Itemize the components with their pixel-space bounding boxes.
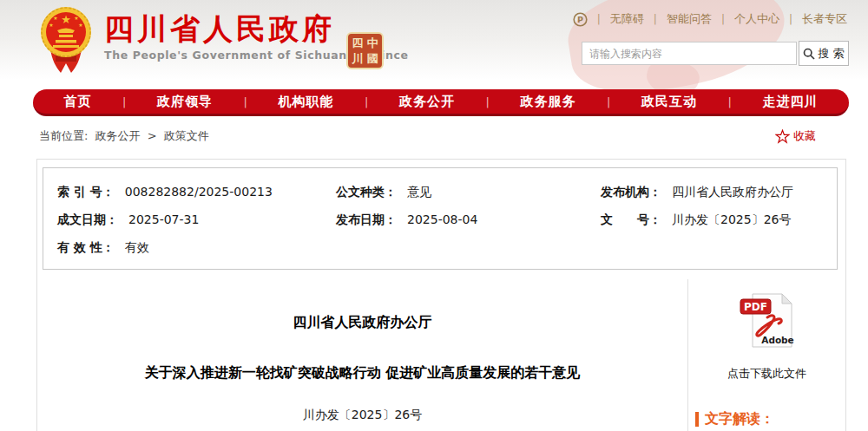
nav-item-interaction[interactable]: 政民互动 — [641, 94, 697, 110]
link-separator: | — [721, 13, 725, 25]
document-meta-grid: 索 引 号：008282882/2025-00213 公文种类：意见 发布机构：… — [43, 178, 837, 261]
search-button[interactable]: 搜 索 — [799, 41, 849, 66]
national-emblem-logo: ★ ★ ★ ★ ★ — [40, 4, 92, 86]
meta-written-date: 成文日期：2025-07-31 — [43, 206, 322, 233]
document-body-row: 四川省人民政府办公厅 关于深入推进新一轮找矿突破战略行动 促进矿业高质量发展的若… — [37, 279, 845, 431]
link-separator: | — [597, 13, 601, 25]
meta-issuing-agency: 发布机构：四川省人民政府办公厅 — [587, 178, 837, 206]
nav-separator: | — [244, 95, 247, 108]
link-separator: | — [654, 13, 657, 25]
pdf-download-icon[interactable]: PDF Adobe — [739, 292, 796, 353]
page: ★ ★ ★ ★ ★ 四川省人民政府 The People's Governmen… — [0, 0, 868, 431]
meta-value: 2025-08-04 — [407, 212, 477, 226]
nav-item-about-sichuan[interactable]: 走进四川 — [762, 94, 818, 110]
section-accent-bar — [695, 412, 699, 427]
document-title: 关于深入推进新一轮找矿突破战略行动 促进矿业高质量发展的若干意见 — [37, 364, 687, 382]
site-header: ★ ★ ★ ★ ★ 四川省人民政府 The People's Governmen… — [0, 0, 868, 87]
nav-separator: | — [728, 95, 732, 108]
meta-value: 有效 — [125, 240, 149, 254]
link-separator: | — [789, 13, 792, 25]
meta-label: 有 效 性： — [57, 240, 115, 254]
svg-text:★: ★ — [53, 15, 57, 21]
nav-item-functions[interactable]: 机构职能 — [279, 94, 334, 110]
meta-label: 成文日期： — [57, 212, 118, 226]
content-panel: 索 引 号：008282882/2025-00213 公文种类：意见 发布机构：… — [36, 159, 846, 431]
meta-value: 四川省人民政府办公厅 — [672, 185, 793, 199]
search-button-label: 搜 索 — [818, 46, 844, 62]
svg-text:★: ★ — [78, 22, 82, 28]
sichuan-seal-stamp: 四 中 川 國 — [346, 32, 384, 69]
section-title: 文字解读： — [705, 410, 774, 428]
meta-label: 索 引 号： — [57, 185, 115, 199]
breadcrumb-prefix: 当前位置: — [39, 129, 88, 142]
seal-char: 中 — [365, 36, 381, 51]
nav-separator: | — [122, 95, 126, 108]
meta-label: 文 号： — [601, 212, 661, 226]
star-icon — [775, 129, 790, 144]
pinyin-accessibility-icon[interactable]: P — [573, 12, 588, 27]
download-file-link[interactable]: 点击下载此文件 — [688, 366, 845, 382]
text-interpretation-header: 文字解读： — [695, 410, 845, 428]
seal-char: 國 — [365, 51, 381, 67]
search-input[interactable] — [582, 42, 797, 65]
svg-text:★: ★ — [74, 15, 78, 21]
main-nav: 首页 | 政府领导 | 机构职能 | 政务公开 | 政务服务 | 政民互动 | … — [33, 89, 849, 116]
meta-empty-cell — [587, 233, 837, 261]
document-number: 川办发〔2025〕26号 — [37, 408, 687, 423]
nav-item-gov-services[interactable]: 政务服务 — [520, 94, 575, 110]
svg-text:★: ★ — [61, 13, 71, 26]
nav-separator: | — [486, 95, 490, 108]
meta-publish-date: 发布日期：2025-08-04 — [322, 206, 587, 233]
meta-label: 发布日期： — [336, 212, 397, 226]
meta-value: 意见 — [407, 185, 431, 199]
pdf-badge-label: PDF — [744, 301, 767, 313]
link-senior-zone[interactable]: 长者专区 — [802, 11, 847, 27]
adobe-label: Adobe — [761, 335, 794, 345]
nav-item-gov-info[interactable]: 政务公开 — [399, 94, 455, 110]
meta-value: 川办发〔2025〕26号 — [672, 212, 791, 226]
nav-separator: | — [607, 95, 610, 108]
nav-separator: | — [365, 95, 368, 108]
favorite-button[interactable]: 收藏 — [775, 128, 816, 144]
meta-empty-cell — [322, 233, 587, 261]
meta-value: 2025-07-31 — [128, 212, 199, 226]
breadcrumb-row: 当前位置: 政务公开 > 政策文件 收藏 — [39, 128, 816, 144]
breadcrumb-separator: > — [148, 129, 157, 142]
national-emblem-icon: ★ ★ ★ ★ ★ — [40, 4, 92, 82]
search-icon — [803, 48, 815, 60]
seal-char: 四 — [350, 36, 365, 51]
link-smart-qa[interactable]: 智能问答 — [667, 11, 712, 27]
svg-text:★: ★ — [49, 22, 53, 28]
meta-label: 公文种类： — [336, 185, 397, 199]
seal-char: 川 — [350, 51, 365, 67]
nav-item-leaders[interactable]: 政府领导 — [157, 94, 213, 110]
favorite-label: 收藏 — [793, 128, 816, 144]
meta-doc-number: 文 号：川办发〔2025〕26号 — [587, 206, 837, 233]
breadcrumb-gov-info[interactable]: 政务公开 — [95, 129, 141, 142]
breadcrumb: 当前位置: 政务公开 > 政策文件 — [39, 128, 209, 144]
breadcrumb-policy-docs[interactable]: 政策文件 — [164, 129, 209, 142]
document-issuing-org: 四川省人民政府办公厅 — [37, 314, 687, 332]
document-main: 四川省人民政府办公厅 关于深入推进新一轮找矿突破战略行动 促进矿业高质量发展的若… — [37, 279, 687, 431]
link-accessibility[interactable]: 无障碍 — [610, 11, 644, 27]
search-bar: 搜 索 — [582, 41, 849, 66]
document-meta-box: 索 引 号：008282882/2025-00213 公文种类：意见 发布机构：… — [43, 167, 838, 270]
link-personal-center[interactable]: 个人中心 — [734, 11, 779, 27]
meta-value: 008282882/2025-00213 — [125, 185, 273, 199]
document-sidebar: PDF Adobe 点击下载此文件 文字解读： ·自然资源厅：《关于深入推进新一… — [687, 279, 845, 431]
meta-label: 发布机构： — [601, 185, 661, 199]
meta-index-number: 索 引 号：008282882/2025-00213 — [43, 178, 322, 206]
utility-links: P | 无障碍 | 智能问答 | 个人中心 | 长者专区 — [573, 11, 847, 27]
meta-validity: 有 效 性：有效 — [43, 233, 322, 261]
svg-text:P: P — [577, 15, 583, 24]
nav-item-home[interactable]: 首页 — [64, 94, 92, 110]
meta-doc-type: 公文种类：意见 — [322, 178, 587, 206]
